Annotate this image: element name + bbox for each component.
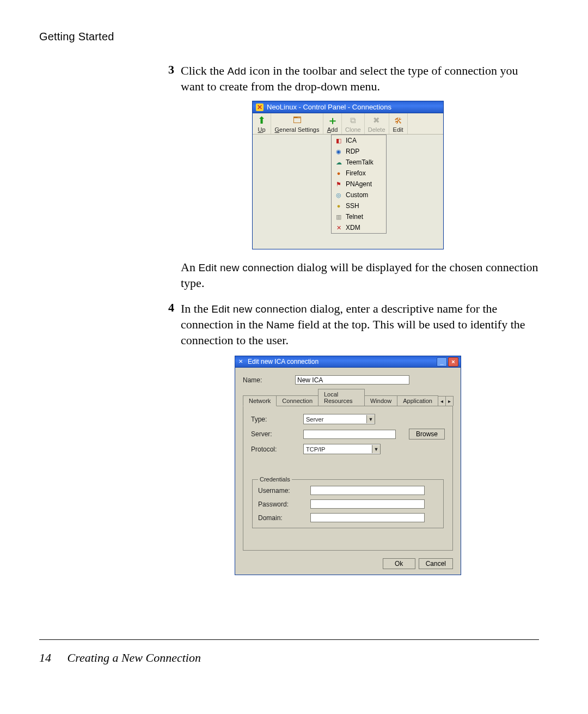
win1-titlebar: ✕ NeoLinux - Control Panel - Connections — [252, 101, 444, 113]
firefox-icon: ● — [335, 169, 342, 177]
minimize-button[interactable]: _ — [437, 357, 447, 367]
server-label: Server: — [251, 430, 303, 438]
mid-pre: An — [181, 260, 198, 274]
step-3-text: Click the Add icon in the toolbar and se… — [181, 63, 539, 94]
menu-item-ica[interactable]: ◧ICA — [332, 135, 386, 146]
type-value: Server — [304, 416, 366, 423]
delete-icon: ✖ — [373, 115, 380, 126]
menu-item-teemtalk[interactable]: ☁TeemTalk — [332, 157, 386, 168]
pnagent-icon: ⚑ — [335, 180, 342, 188]
step-3: 3 Click the Add icon in the toolbar and … — [157, 63, 539, 94]
win2-titlebar: ✕ Edit new ICA connection _ × — [235, 356, 461, 367]
ok-button[interactable]: Ok — [383, 558, 415, 569]
s4-pre: In the — [181, 302, 211, 315]
toolbar-general-settings-button[interactable]: 🗔 General Settings — [271, 113, 323, 134]
step-3-pre: Click the — [181, 64, 228, 77]
toolbar-edit-button[interactable]: 🛠 Edit — [389, 113, 408, 134]
tab-local-resources[interactable]: Local Resources — [318, 389, 365, 406]
win1-toolbar: ⬆ Up 🗔 General Settings ＋ Add ⧉ Clone — [253, 113, 443, 135]
xdm-icon: ✕ — [335, 224, 342, 231]
step-4-text: In the Edit new connection dialog, enter… — [181, 301, 539, 348]
term-edit-new-connection: Edit new connection — [198, 262, 294, 273]
tab-window[interactable]: Window — [364, 395, 397, 406]
menu-item-rdp[interactable]: ◉RDP — [332, 146, 386, 157]
cancel-button[interactable]: Cancel — [419, 558, 453, 569]
menu-item-xdm[interactable]: ✕XDM — [332, 222, 386, 233]
mid-paragraph: An Edit new connection dialog will be di… — [181, 259, 539, 291]
menu-item-pnagent[interactable]: ⚑PNAgent — [332, 179, 386, 190]
tab-scroll-left[interactable]: ◂ — [438, 396, 446, 406]
win1-title: NeoLinux - Control Panel - Connections — [267, 103, 391, 111]
name-input[interactable] — [295, 375, 409, 385]
app-icon: ✕ — [238, 358, 246, 365]
password-input[interactable] — [310, 499, 425, 509]
tab-connection[interactable]: Connection — [276, 395, 318, 406]
rdp-icon: ◉ — [335, 148, 342, 155]
protocol-label: Protocol: — [251, 446, 303, 453]
ica-icon: ◧ — [335, 137, 342, 144]
add-dropdown-menu: ◧ICA ◉RDP ☁TeemTalk ●Firefox ⚑PNAgent ◎C… — [331, 135, 387, 234]
win2-title: Edit new ICA connection — [248, 358, 318, 365]
protocol-combo[interactable]: TCP/IP ▼ — [303, 444, 381, 454]
edit-icon: 🛠 — [394, 115, 402, 126]
menu-item-custom[interactable]: ◎Custom — [332, 190, 386, 200]
username-label: Username: — [258, 487, 310, 495]
telnet-icon: ▥ — [335, 213, 342, 221]
app-icon: ✕ — [256, 103, 264, 111]
term-add: Add — [228, 65, 247, 77]
tabs: Network Connection Local Resources Windo… — [243, 389, 453, 406]
footer-title: Creating a New Connection — [68, 651, 201, 664]
toolbar-up-button[interactable]: ⬆ Up — [253, 113, 271, 134]
password-label: Password: — [258, 501, 310, 508]
type-combo[interactable]: Server ▼ — [303, 414, 375, 424]
screenshot-edit-connection: ✕ Edit new ICA connection _ × Name: Netw… — [235, 356, 461, 575]
step-4-number: 4 — [157, 301, 181, 348]
username-input[interactable] — [310, 486, 425, 495]
toolbar-delete-button[interactable]: ✖ Delete — [365, 113, 389, 134]
credentials-group: Credentials Username: Password: Domain: — [252, 476, 444, 528]
close-button[interactable]: × — [448, 357, 458, 367]
clone-icon: ⧉ — [350, 115, 356, 126]
plus-icon: ＋ — [327, 115, 338, 126]
domain-input[interactable] — [310, 513, 425, 522]
teemtalk-icon: ☁ — [335, 158, 342, 166]
domain-label: Domain: — [258, 514, 310, 522]
server-input[interactable] — [303, 430, 396, 439]
ssh-icon: ● — [335, 202, 342, 210]
term-name: Name — [266, 319, 295, 331]
menu-item-firefox[interactable]: ●Firefox — [332, 168, 386, 179]
tab-application[interactable]: Application — [397, 395, 438, 406]
tabpanel-network: Type: Server ▼ Server: Browse Protocol: — [243, 406, 453, 551]
step-4: 4 In the Edit new connection dialog, ent… — [157, 301, 539, 348]
arrow-up-icon: ⬆ — [258, 115, 266, 126]
name-label: Name: — [243, 376, 295, 384]
term-edit-new-connection-2: Edit new connection — [211, 303, 307, 315]
footer-rule — [39, 639, 539, 640]
chevron-down-icon: ▼ — [366, 415, 375, 423]
protocol-value: TCP/IP — [304, 446, 372, 453]
tab-network[interactable]: Network — [243, 395, 277, 406]
custom-icon: ◎ — [335, 191, 342, 199]
chevron-down-icon: ▼ — [372, 445, 380, 453]
menu-item-telnet[interactable]: ▥Telnet — [332, 211, 386, 222]
step-3-number: 3 — [157, 63, 181, 94]
toolbar-add-button[interactable]: ＋ Add — [323, 113, 342, 134]
page-number: 14 — [39, 651, 51, 664]
running-head: Getting Started — [39, 30, 539, 43]
page-footer: 14 Creating a New Connection — [39, 651, 201, 665]
type-label: Type: — [251, 416, 303, 423]
tab-scroll-right[interactable]: ▸ — [445, 396, 454, 406]
credentials-legend: Credentials — [258, 476, 292, 483]
toolbar-clone-button[interactable]: ⧉ Clone — [342, 113, 365, 134]
settings-icon: 🗔 — [293, 115, 302, 126]
screenshot-control-panel: ✕ NeoLinux - Control Panel - Connections… — [252, 101, 444, 249]
browse-button[interactable]: Browse — [409, 429, 445, 440]
menu-item-ssh[interactable]: ●SSH — [332, 200, 386, 211]
